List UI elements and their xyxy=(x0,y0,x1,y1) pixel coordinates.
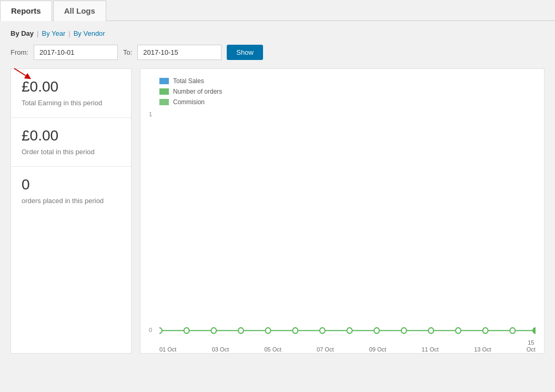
tab-all-logs[interactable]: All Logs xyxy=(53,1,106,21)
svg-point-16 xyxy=(510,328,515,334)
by-year-link[interactable]: By Year xyxy=(42,29,65,37)
stat-card-order-total: £0.00 Order total in this period xyxy=(11,118,131,167)
svg-point-6 xyxy=(238,328,244,334)
svg-point-17 xyxy=(533,328,536,334)
chart-panel: Total Sales Number of orders Commision 1… xyxy=(140,68,544,354)
stat-label-earnings: Total Earning in this period xyxy=(22,98,120,108)
to-date-input[interactable] xyxy=(137,45,221,60)
from-date-input[interactable] xyxy=(34,45,118,60)
show-button[interactable]: Show xyxy=(227,45,263,60)
legend-commision: Commision xyxy=(159,98,536,106)
stat-label-order-total: Order total in this period xyxy=(22,147,120,157)
legend-label-commision: Commision xyxy=(173,98,205,106)
filter-bar: By Day | By Year | By Vendor xyxy=(11,29,544,37)
stat-card-orders-placed: 0 orders placed in this period xyxy=(11,167,131,215)
stat-value-order-total: £0.00 xyxy=(22,127,120,144)
svg-point-5 xyxy=(211,328,216,334)
svg-point-14 xyxy=(456,328,461,334)
y-top-label: 1 xyxy=(149,111,152,117)
svg-point-12 xyxy=(401,328,407,334)
svg-point-4 xyxy=(184,328,189,334)
svg-point-8 xyxy=(292,328,298,334)
svg-point-11 xyxy=(374,328,379,334)
chart-area: 1 0 xyxy=(149,111,536,353)
x-label-13oct: 13 Oct xyxy=(474,346,491,353)
x-label-03oct: 03 Oct xyxy=(212,346,229,353)
chart-svg-container xyxy=(159,111,536,353)
x-label-11oct: 11 Oct xyxy=(421,346,438,353)
legend-box-commision xyxy=(159,99,169,105)
by-vendor-link[interactable]: By Vendor xyxy=(74,29,105,37)
tab-reports[interactable]: Reports xyxy=(0,1,52,21)
chart-legend: Total Sales Number of orders Commision xyxy=(159,77,536,106)
y-zero-label: 0 xyxy=(149,327,152,333)
date-range-row: From: To: Show xyxy=(11,45,544,60)
stat-value-orders-placed: 0 xyxy=(22,176,120,193)
x-label-07oct: 07 Oct xyxy=(317,346,334,353)
stats-panel: £0.00 Total Earning in this period £0.00… xyxy=(11,68,132,354)
svg-point-3 xyxy=(159,328,162,334)
svg-point-9 xyxy=(320,328,325,334)
arrow-indicator xyxy=(12,66,33,82)
x-axis-labels: 01 Oct 03 Oct 05 Oct 07 Oct 09 Oct 11 Oc… xyxy=(159,339,536,353)
legend-total-sales: Total Sales xyxy=(159,77,536,85)
stat-label-orders-placed: orders placed in this period xyxy=(22,196,120,206)
by-day-label: By Day xyxy=(11,29,34,37)
legend-label-total-sales: Total Sales xyxy=(173,77,204,85)
svg-point-10 xyxy=(347,328,352,334)
content-area: By Day | By Year | By Vendor From: To: S… xyxy=(0,21,555,362)
x-label-05oct: 05 Oct xyxy=(264,346,281,353)
separator-1: | xyxy=(37,29,38,37)
stat-value-earnings: £0.00 xyxy=(22,78,120,95)
page-wrapper: Reports All Logs By Day | By Year | By V… xyxy=(0,0,555,392)
svg-point-7 xyxy=(266,328,271,334)
legend-label-number-orders: Number of orders xyxy=(173,88,222,95)
x-label-01oct: 01 Oct xyxy=(159,346,176,353)
svg-line-1 xyxy=(14,68,28,77)
from-label: From: xyxy=(11,48,28,56)
legend-box-number-orders xyxy=(159,88,169,95)
legend-number-orders: Number of orders xyxy=(159,88,536,95)
chart-svg xyxy=(159,111,536,353)
main-layout: £0.00 Total Earning in this period £0.00… xyxy=(11,68,544,354)
legend-box-total-sales xyxy=(159,78,169,84)
separator-2: | xyxy=(68,29,70,37)
tabs-bar: Reports All Logs xyxy=(0,0,555,21)
x-label-09oct: 09 Oct xyxy=(369,346,386,353)
svg-point-13 xyxy=(428,328,433,334)
x-label-15oct: 15Oct xyxy=(527,339,536,353)
svg-point-15 xyxy=(483,328,488,334)
to-label: To: xyxy=(123,48,132,56)
